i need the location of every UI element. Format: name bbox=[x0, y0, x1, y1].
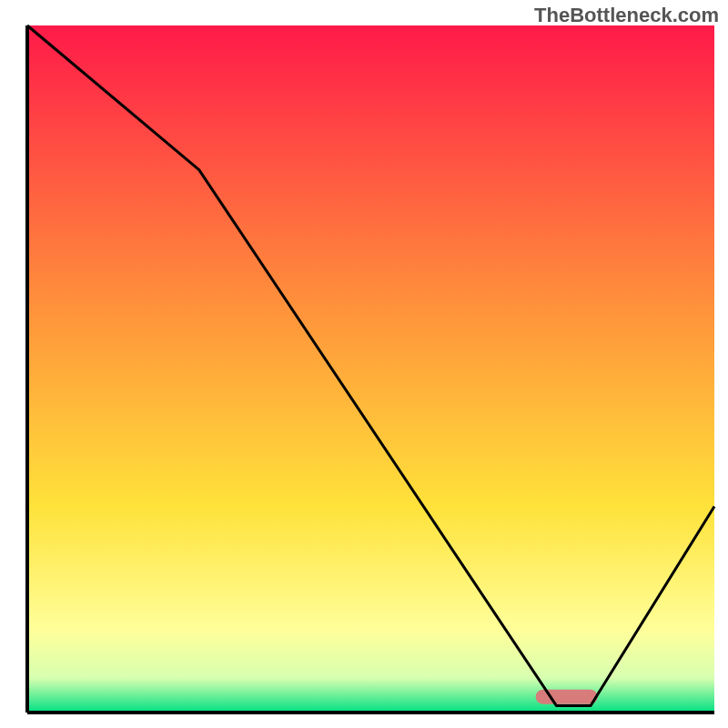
chart-container: TheBottleneck.com bbox=[0, 0, 728, 728]
marker-bar bbox=[536, 690, 598, 704]
watermark-text: TheBottleneck.com bbox=[534, 4, 719, 27]
chart-svg bbox=[0, 0, 728, 728]
gradient-background bbox=[27, 25, 714, 713]
